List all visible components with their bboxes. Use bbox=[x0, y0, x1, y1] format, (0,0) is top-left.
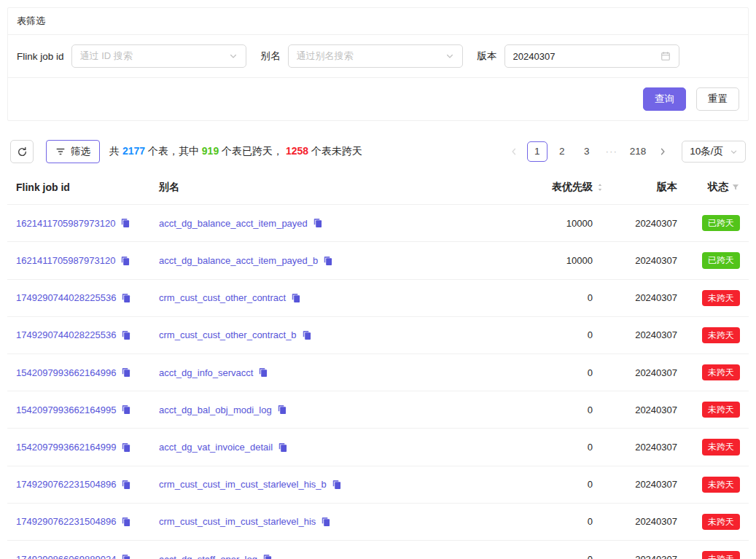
alias-link[interactable]: acct_dg_info_servacct bbox=[159, 367, 253, 378]
version-cell: 20240307 bbox=[613, 279, 686, 316]
flink-job-id-link[interactable]: 1621411705987973120 bbox=[16, 218, 115, 229]
flink-job-id-link[interactable]: 1749290762231504896 bbox=[16, 479, 116, 490]
page-number-1[interactable]: 1 bbox=[527, 141, 547, 162]
column-header-flink-job-id: Flink job id bbox=[7, 171, 150, 205]
version-cell: 20240307 bbox=[613, 205, 686, 242]
filter-funnel-icon[interactable] bbox=[731, 183, 740, 192]
copy-icon[interactable] bbox=[121, 480, 131, 490]
flink-job-id-link[interactable]: 1749290744028225536 bbox=[16, 292, 116, 303]
flink-job-id-link[interactable]: 1542097993662164995 bbox=[16, 404, 116, 415]
page-size-select[interactable]: 10条/页 bbox=[682, 141, 746, 163]
copy-icon[interactable] bbox=[121, 442, 131, 453]
page-ellipsis: ··· bbox=[601, 141, 622, 162]
priority-header-label: 表优先级 bbox=[552, 181, 593, 194]
flink-job-id-link[interactable]: 1749290744028225536 bbox=[16, 329, 116, 340]
prev-page-button[interactable] bbox=[505, 141, 523, 162]
alias-link[interactable]: crm_cust_cust_im_cust_starlevel_his_b bbox=[159, 479, 327, 490]
alias-link[interactable]: crm_cust_cust_other_contract_b bbox=[159, 329, 297, 340]
status-header-label: 状态 bbox=[708, 181, 728, 194]
summary-text: 个表已跨天， bbox=[219, 145, 286, 157]
table-row: 1542097993662164999 acct_dg_vat_invoice_… bbox=[7, 429, 749, 466]
alias-field: 别名 通过别名搜索 bbox=[261, 44, 463, 68]
alias-select[interactable]: 通过别名搜索 bbox=[288, 44, 463, 68]
version-cell: 20240307 bbox=[613, 316, 686, 353]
table-row: 1621411705987973120 acct_dg_balance_acct… bbox=[7, 205, 749, 242]
table-row: 1621411705987973120 acct_dg_balance_acct… bbox=[7, 242, 749, 279]
table-row: 1749290762231504896 crm_cust_cust_im_cus… bbox=[7, 466, 749, 503]
column-header-alias: 别名 bbox=[150, 171, 504, 205]
filter-button-label: 筛选 bbox=[71, 145, 90, 158]
version-date-value[interactable] bbox=[513, 51, 660, 62]
version-field: 版本 bbox=[478, 44, 679, 68]
total-count: 2177 bbox=[122, 145, 145, 157]
column-header-priority[interactable]: 表优先级 bbox=[504, 171, 613, 205]
copy-icon[interactable] bbox=[278, 442, 288, 453]
status-badge: 未跨天 bbox=[702, 551, 740, 559]
alias-link[interactable]: acct_dg_vat_invoice_detail bbox=[159, 442, 273, 453]
column-header-status[interactable]: 状态 bbox=[686, 171, 749, 205]
crossed-count: 919 bbox=[202, 145, 219, 157]
flink-job-id-select[interactable]: 通过 ID 搜索 bbox=[71, 44, 246, 68]
pagination-top: 123···218 10条/页 bbox=[505, 141, 746, 163]
next-page-button[interactable] bbox=[654, 141, 671, 162]
alias-link[interactable]: acct_dg_balance_acct_item_payed_b bbox=[159, 255, 318, 266]
priority-cell: 10000 bbox=[504, 242, 613, 279]
copy-icon[interactable] bbox=[262, 554, 273, 559]
status-badge: 未跨天 bbox=[702, 364, 740, 380]
table-row: 1542097993662164995 acct_dg_bal_obj_modi… bbox=[7, 391, 749, 429]
copy-icon[interactable] bbox=[323, 256, 333, 266]
copy-icon[interactable] bbox=[332, 480, 342, 490]
priority-cell: 0 bbox=[504, 540, 613, 559]
page-number-218[interactable]: 218 bbox=[626, 141, 650, 162]
flink-job-id-link[interactable]: 1542097993662164996 bbox=[16, 367, 116, 378]
copy-icon[interactable] bbox=[121, 517, 131, 527]
alias-link[interactable]: crm_cust_cust_other_contract bbox=[159, 292, 286, 303]
chevron-down-icon bbox=[229, 52, 238, 60]
page-size-value: 10条/页 bbox=[690, 145, 723, 158]
flink-job-id-link[interactable]: 1749290866069889024 bbox=[16, 554, 116, 559]
copy-icon[interactable] bbox=[121, 293, 131, 303]
status-badge: 已跨天 bbox=[702, 252, 740, 268]
copy-icon[interactable] bbox=[120, 256, 130, 266]
flink-job-id-link[interactable]: 1749290762231504896 bbox=[16, 516, 116, 527]
copy-icon[interactable] bbox=[277, 404, 287, 415]
sorter-icon[interactable] bbox=[596, 183, 604, 192]
flink-job-id-link[interactable]: 1542097993662164999 bbox=[16, 442, 116, 453]
copy-icon[interactable] bbox=[121, 330, 131, 340]
page-number-3[interactable]: 3 bbox=[577, 141, 597, 162]
refresh-icon bbox=[17, 146, 28, 157]
reset-button[interactable]: 重置 bbox=[696, 87, 739, 111]
table-row: 1749290744028225536 crm_cust_cust_other_… bbox=[7, 316, 749, 353]
alias-link[interactable]: acct_dg_staff_oper_log bbox=[159, 554, 257, 559]
version-date-input[interactable] bbox=[504, 44, 679, 68]
calendar-icon bbox=[660, 51, 671, 61]
priority-cell: 10000 bbox=[504, 205, 613, 242]
alias-link[interactable]: crm_cust_cust_im_cust_starlevel_his bbox=[159, 516, 316, 527]
table-row: 1749290762231504896 crm_cust_cust_im_cus… bbox=[7, 503, 749, 540]
copy-icon[interactable] bbox=[321, 517, 331, 527]
status-badge: 未跨天 bbox=[702, 327, 740, 343]
copy-icon[interactable] bbox=[258, 367, 268, 378]
copy-icon[interactable] bbox=[121, 554, 131, 559]
copy-icon[interactable] bbox=[120, 218, 130, 228]
copy-icon[interactable] bbox=[291, 293, 301, 303]
copy-icon[interactable] bbox=[313, 218, 323, 228]
copy-icon[interactable] bbox=[302, 330, 312, 340]
table-row: 1749290744028225536 crm_cust_cust_other_… bbox=[7, 279, 749, 316]
priority-cell: 0 bbox=[504, 316, 613, 353]
table-body: 1621411705987973120 acct_dg_balance_acct… bbox=[7, 205, 749, 559]
page-number-2[interactable]: 2 bbox=[552, 141, 572, 162]
alias-link[interactable]: acct_dg_bal_obj_modi_log bbox=[159, 404, 272, 415]
status-badge: 未跨天 bbox=[702, 402, 740, 418]
page: 表筛选 Flink job id 通过 ID 搜索 别名 通过别名搜索 bbox=[0, 0, 756, 559]
flink-job-id-link[interactable]: 1621411705987973120 bbox=[16, 255, 115, 266]
copy-icon[interactable] bbox=[121, 404, 131, 415]
priority-cell: 0 bbox=[504, 429, 613, 466]
filter-button[interactable]: 筛选 bbox=[46, 140, 100, 163]
filter-panel: 表筛选 Flink job id 通过 ID 搜索 别名 通过别名搜索 bbox=[7, 7, 749, 121]
query-button[interactable]: 查询 bbox=[643, 87, 686, 111]
copy-icon[interactable] bbox=[121, 367, 131, 378]
table-row: 1749290866069889024 acct_dg_staff_oper_l… bbox=[7, 540, 749, 559]
refresh-button[interactable] bbox=[10, 140, 34, 163]
alias-link[interactable]: acct_dg_balance_acct_item_payed bbox=[159, 218, 308, 229]
